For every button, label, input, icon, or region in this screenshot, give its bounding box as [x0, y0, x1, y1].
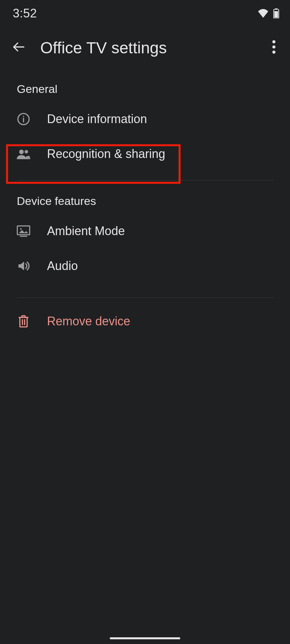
row-audio[interactable]: Audio — [0, 249, 290, 283]
volume-icon — [17, 259, 30, 273]
row-label: Device information — [47, 112, 147, 126]
svg-point-4 — [272, 40, 275, 43]
status-bar: 3:52 — [0, 0, 290, 27]
row-remove-device[interactable]: Remove device — [0, 304, 290, 339]
status-time: 3:52 — [13, 6, 37, 20]
svg-point-11 — [25, 150, 28, 153]
svg-point-9 — [23, 116, 24, 117]
section-header-device-features: Device features — [0, 180, 290, 214]
svg-rect-12 — [17, 226, 30, 235]
row-recognition-sharing[interactable]: Recognition & sharing — [0, 137, 290, 171]
svg-point-10 — [19, 150, 24, 154]
app-bar: Office TV settings — [0, 27, 290, 68]
info-icon — [17, 112, 30, 126]
row-label: Audio — [47, 259, 78, 273]
section-header-general: General — [0, 68, 290, 102]
trash-icon — [17, 315, 30, 328]
row-device-information[interactable]: Device information — [0, 102, 290, 137]
battery-icon — [273, 8, 279, 18]
back-button[interactable] — [9, 38, 28, 57]
more-vert-icon — [272, 40, 276, 55]
svg-point-14 — [20, 228, 22, 230]
svg-rect-2 — [275, 11, 278, 18]
svg-rect-15 — [20, 317, 27, 327]
people-icon — [17, 148, 30, 160]
wifi-icon — [258, 9, 269, 18]
svg-point-5 — [272, 45, 275, 48]
row-label: Ambient Mode — [47, 224, 125, 238]
row-label: Remove device — [47, 314, 130, 328]
settings-content: General Device information Recognition &… — [0, 68, 290, 339]
svg-point-6 — [272, 51, 275, 54]
home-indicator[interactable] — [110, 637, 180, 639]
row-label: Recognition & sharing — [47, 147, 165, 161]
row-ambient-mode[interactable]: Ambient Mode — [0, 214, 290, 249]
overflow-menu-button[interactable] — [264, 38, 283, 57]
divider — [17, 298, 273, 298]
arrow-back-icon — [12, 40, 26, 55]
ambient-tv-icon — [17, 225, 30, 237]
status-right — [258, 8, 279, 18]
page-title: Office TV settings — [40, 39, 252, 57]
